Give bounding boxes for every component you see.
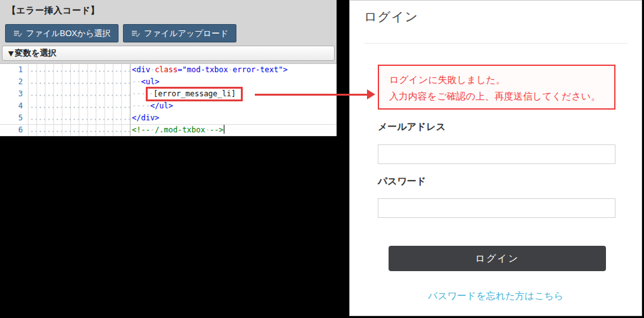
code-line: 6<!--·/.mod-txbox·--> [0, 124, 337, 136]
email-label: メールアドレス [378, 121, 446, 133]
whitespace-markers [28, 100, 131, 112]
variable-select-label: 変数を選択 [15, 48, 56, 59]
code-line: 1<div·class="mod-txbox·error-text"> [0, 64, 337, 76]
whitespace-markers [28, 88, 131, 100]
list-check-icon [131, 30, 140, 37]
email-input[interactable] [378, 144, 615, 164]
login-preview-panel: ログイン ログインに失敗しました。 入力内容をご確認の上、再度送信してください。… [349, 0, 642, 316]
password-input[interactable] [378, 198, 615, 218]
login-page-title: ログイン [364, 8, 418, 25]
divider [364, 43, 628, 44]
login-submit-button[interactable]: ログイン [389, 246, 606, 271]
error-message-line1: ログインに失敗しました。 [389, 72, 604, 88]
filebox-select-button[interactable]: ファイルBOXから選択 [5, 24, 119, 42]
line-number: 6 [0, 124, 28, 136]
forgot-password-link[interactable]: パスワードを忘れた方はこちら [350, 290, 641, 302]
list-check-icon [13, 30, 22, 37]
code-text: <div·class="mod-txbox·error-text"> [131, 64, 288, 76]
error-code-panel: 【エラー挿入コード】 ファイルBOXから選択 [0, 0, 337, 136]
login-error-message-box: ログインに失敗しました。 入力内容をご確認の上、再度送信してください。 [378, 65, 615, 110]
code-text: <!--·/.mod-txbox·--> [131, 124, 224, 136]
text-cursor [224, 125, 224, 134]
line-number: 3 [0, 88, 28, 100]
code-lines: 1<div·class="mod-txbox·error-text">2··<u… [0, 64, 337, 136]
code-editor[interactable]: 1<div·class="mod-txbox·error-text">2··<u… [0, 63, 337, 136]
code-line: 4····</ul> [0, 100, 337, 112]
line-number: 2 [0, 76, 28, 88]
line-number: 4 [0, 100, 28, 112]
whitespace-markers [28, 112, 131, 124]
annotation-arrow-line [255, 94, 368, 96]
whitespace-markers [28, 124, 131, 136]
panel-title: 【エラー挿入コード】 [7, 5, 100, 16]
code-text: ····</ul> [131, 100, 173, 112]
code-text: </div> [131, 112, 159, 124]
password-label: パスワード [378, 175, 426, 188]
error-message-line2: 入力内容をご確認の上、再度送信してください。 [389, 88, 604, 105]
toolbar: ファイルBOXから選択 ファイルアップロード [5, 24, 236, 42]
code-line: 5</div> [0, 112, 337, 124]
highlight-box: ·[error_message_li] [146, 87, 243, 101]
variable-select-collapse-bar[interactable]: ▼ 変数を選択 [2, 46, 335, 61]
filebox-select-label: ファイルBOXから選択 [26, 28, 110, 39]
file-upload-label: ファイルアップロード [144, 28, 228, 39]
line-number: 5 [0, 112, 28, 124]
annotation-arrow-icon [367, 89, 375, 99]
whitespace-markers [28, 76, 131, 88]
line-number: 1 [0, 64, 28, 76]
whitespace-markers [28, 64, 131, 76]
code-text: ····[error_message_li] [131, 88, 243, 100]
collapse-triangle-icon: ▼ [8, 49, 13, 58]
file-upload-button[interactable]: ファイルアップロード [123, 24, 236, 42]
